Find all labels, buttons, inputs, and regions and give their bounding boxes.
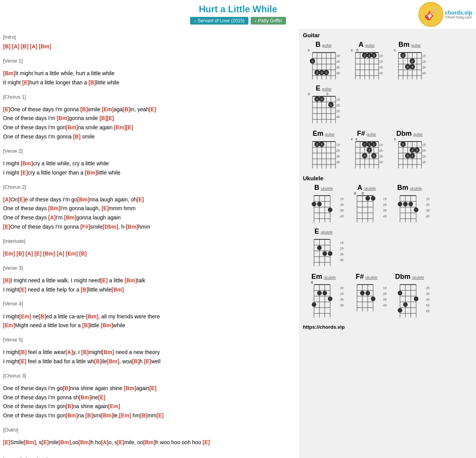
svg-point-140 bbox=[312, 202, 316, 206]
verse1-line2: It might [E]hurt a little longer than a … bbox=[3, 78, 296, 87]
svg-text:3: 3 bbox=[321, 143, 323, 146]
svg-point-189 bbox=[317, 291, 322, 295]
chord-diagram-E-ukulele: E ukulele bbox=[303, 227, 344, 270]
svg-point-152 bbox=[365, 196, 370, 201]
svg-point-204 bbox=[371, 297, 375, 301]
outro-line1: [E]Smile[Bm], s[E]mile[Bm],oo[Bm]h ho[A]… bbox=[3, 438, 296, 447]
svg-text:1: 1 bbox=[402, 143, 404, 146]
chord-diagram-A-ukulele: A ukulele o o bbox=[346, 184, 387, 226]
verse4-line2: [Em]Might need a little love for a [B]li… bbox=[3, 321, 296, 330]
verse5-line2: I might[E] feel a little bad for a littl… bbox=[3, 357, 296, 366]
chords-panel: Guitar B guitar x bbox=[299, 29, 476, 458]
verse2-label: [Verse 2] bbox=[3, 147, 296, 155]
lyrics-url: https://chords.vip bbox=[3, 455, 296, 458]
chorus2-line2: One of these days [Bm]I'm gonna laugh, [… bbox=[3, 204, 296, 213]
svg-text:4: 4 bbox=[373, 155, 375, 157]
meta-badges: ♪ Servant of Love (2015) ♪ Patty Griffin bbox=[0, 17, 476, 25]
svg-point-218 bbox=[398, 308, 402, 313]
chorus1-line3: One of these days I'm gon[Bm]na smile ag… bbox=[3, 123, 296, 132]
svg-point-203 bbox=[365, 291, 370, 295]
logo-sub: Chord Song Lyric bbox=[445, 15, 472, 19]
verse3-line2: I might[E] need a little help for a [B]l… bbox=[3, 285, 296, 295]
verse1-label: [Verse 1] bbox=[3, 57, 296, 65]
artist-label: Patty Griffin bbox=[258, 18, 282, 23]
svg-point-176 bbox=[317, 245, 322, 250]
song-title: Hurt a Little While bbox=[0, 4, 476, 15]
chord-Bm[interactable]: [Bm] bbox=[39, 43, 51, 49]
chord-diagram-F#-guitar: F# guitar x x bbox=[346, 130, 387, 172]
album-badge[interactable]: ♪ Servant of Love (2015) bbox=[190, 17, 248, 25]
chorus2-line1: [A]On[E]e of these days I'm go[Bm]nna la… bbox=[3, 195, 296, 204]
chord-A[interactable]: [A] bbox=[12, 43, 19, 49]
chord-diagram-Dbm-guitar: Dbm guitar x bbox=[389, 130, 430, 172]
chord-diagram-Bm-ukulele: Bm ukulele bbox=[389, 184, 430, 226]
chord-diagram-E-guitar: E guitar o o bbox=[303, 84, 344, 127]
verse4-line1: I might[Em] ne[B]ed a little ca-are-[Bm]… bbox=[3, 312, 296, 321]
intro-chords: [B] [A] [B] [A] [Bm] bbox=[3, 42, 296, 51]
chorus1-line2: One of these days I'm [Bm]gonna smile [B… bbox=[3, 114, 296, 123]
chorus1-line1: [E]One of these days I'm gonna [B]smile … bbox=[3, 105, 296, 114]
svg-text:2: 2 bbox=[316, 97, 318, 101]
svg-point-177 bbox=[322, 251, 327, 256]
logo-text: chords.vip bbox=[445, 10, 472, 15]
svg-text:4: 4 bbox=[412, 65, 413, 69]
svg-text:2: 2 bbox=[316, 143, 318, 146]
svg-text:1: 1 bbox=[330, 103, 332, 107]
chord-diagram-B-guitar: B guitar x bbox=[303, 41, 344, 83]
svg-point-164 bbox=[403, 202, 408, 206]
chorus3-line4: One of these days I'm gon[Bm]na [B]smi[B… bbox=[3, 411, 296, 420]
chord-diagram-Dbm-ukulele: Dbm ukulele bbox=[389, 273, 430, 321]
chord-B2[interactable]: [B] bbox=[21, 43, 28, 49]
interlude-label: [Interlude] bbox=[3, 237, 296, 245]
svg-point-216 bbox=[414, 297, 418, 301]
verse1-line1: [Bm]It might hurt a little while, hurt a… bbox=[3, 69, 296, 78]
svg-point-202 bbox=[360, 291, 365, 295]
chorus2-line3: One of these days [A]I'm [Bm]gonna laugh… bbox=[3, 213, 296, 222]
svg-point-191 bbox=[328, 297, 332, 301]
svg-text:2: 2 bbox=[369, 149, 370, 152]
svg-point-163 bbox=[398, 202, 402, 206]
outro-label: [Outro] bbox=[3, 426, 296, 434]
svg-point-190 bbox=[322, 291, 327, 295]
svg-text:2: 2 bbox=[364, 54, 366, 57]
svg-text:3: 3 bbox=[326, 71, 327, 74]
svg-text:2: 2 bbox=[412, 148, 413, 152]
svg-text:1: 1 bbox=[373, 143, 375, 146]
intro-label: [Intro] bbox=[3, 33, 296, 41]
chorus3-label: [Chorus 3] bbox=[3, 372, 296, 380]
verse3-line1: [B]I might need a little walk, I might n… bbox=[3, 276, 296, 285]
svg-text:1: 1 bbox=[369, 143, 370, 146]
verse5-label: [Verse 5] bbox=[3, 336, 296, 344]
svg-point-192 bbox=[312, 302, 316, 307]
svg-point-141 bbox=[317, 202, 322, 206]
chorus1-label: [Chorus 1] bbox=[3, 93, 296, 101]
header: Hurt a Little While ♪ Servant of Love (2… bbox=[0, 0, 476, 27]
lyrics-panel: [Intro] [B] [A] [B] [A] [Bm] [Verse 1] [… bbox=[0, 29, 299, 458]
svg-text:1: 1 bbox=[312, 59, 314, 63]
music-icon: ♪ bbox=[194, 18, 196, 23]
chorus2-line4: [E]One of these days I'm gonna [F#]smile… bbox=[3, 222, 296, 232]
verse3-label: [Verse 3] bbox=[3, 264, 296, 272]
logo[interactable]: 🎸 chords.vip Chord Song Lyric bbox=[418, 2, 472, 27]
svg-text:3: 3 bbox=[321, 97, 323, 101]
svg-text:3: 3 bbox=[364, 155, 365, 157]
verse4-label: [Verse 4] bbox=[3, 300, 296, 308]
svg-text:3: 3 bbox=[416, 148, 418, 152]
chord-diagram-Bm-guitar: Bm guitar x bbox=[389, 41, 430, 83]
chord-A2[interactable]: [A] bbox=[30, 43, 37, 49]
svg-text:2: 2 bbox=[412, 59, 413, 63]
person-icon: ♪ bbox=[255, 18, 257, 23]
svg-text:3: 3 bbox=[316, 71, 318, 74]
svg-point-166 bbox=[414, 208, 418, 212]
svg-point-178 bbox=[328, 251, 332, 256]
chords-url: https://chords.vip bbox=[303, 324, 473, 330]
chorus3-line2: One of these days I'm gonna sh[Bm]ine[E] bbox=[3, 393, 296, 402]
svg-point-215 bbox=[398, 291, 402, 295]
chord-diagram-Em-guitar: Em guitar bbox=[303, 130, 344, 172]
chorus3-line3: One of these days I'm gon[B]na shine aga… bbox=[3, 402, 296, 411]
chord-B[interactable]: [B] bbox=[3, 43, 10, 49]
chord-diagram-Em-ukulele: Em ukulele o bbox=[303, 273, 344, 321]
svg-text:3: 3 bbox=[407, 155, 408, 157]
artist-badge[interactable]: ♪ Patty Griffin bbox=[251, 17, 286, 25]
ukulele-row-2: Em ukulele o bbox=[303, 273, 473, 321]
